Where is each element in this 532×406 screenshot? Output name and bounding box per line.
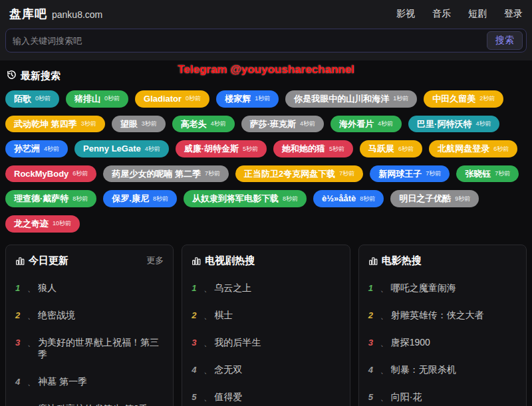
nav-item-shortdrama[interactable]: 短剧 (468, 8, 487, 20)
rank-item[interactable]: 3、唐探1900 (368, 337, 517, 349)
tag-label: 武动乾坤 第四季 (14, 119, 77, 130)
tag-time: 8秒前 (360, 195, 375, 203)
search-tag[interactable]: 龙之奇迹10秒前 (5, 215, 80, 233)
rank-separator: 、 (380, 338, 388, 349)
hot-list-card: 电影热搜1、哪吒之魔童闹海2、射雕英雄传：侠之大者3、唐探19004、制暴：无限… (358, 245, 527, 406)
search-tag[interactable]: 保罗.康尼8秒前 (103, 190, 177, 207)
rank-item[interactable]: 5、值得爱 (192, 391, 340, 403)
search-tag[interactable]: 从奴隶到将军电影下载8秒前 (184, 190, 307, 207)
card-header: 今日更新更多 (15, 254, 164, 267)
tag-label: 从奴隶到将军电影下载 (192, 193, 279, 204)
tag-label: 龙之奇迹 (14, 219, 49, 229)
tag-time: 8秒前 (283, 195, 298, 203)
hot-list-card: 今日更新更多1、狼人2、绝密战境3、为美好的世界献上祝福！第三季4、神墓 第一季… (5, 245, 174, 406)
search-tag[interactable]: 新网球王子7秒前 (370, 165, 450, 183)
search-tag[interactable]: 楼家辉1秒前 (216, 90, 279, 108)
rank-item[interactable]: 2、棋士 (192, 310, 340, 322)
rank-item[interactable]: 1、乌云之上 (192, 282, 340, 294)
rank-number: 1 (15, 283, 25, 293)
rank-item[interactable]: 5、向阳·花 (368, 391, 517, 403)
search-tag[interactable]: 萨莎·班克斯4秒前 (241, 116, 324, 133)
tag-label: 明日之子优酷 (399, 193, 451, 204)
tag-label: 海外看片 (339, 119, 374, 130)
site-logo: 盘库吧 (9, 6, 47, 22)
rank-title: 向阳·花 (391, 391, 422, 403)
search-tag[interactable]: 望眼3秒前 (112, 116, 166, 133)
rank-item[interactable]: 1、狼人 (15, 282, 164, 294)
site-brand[interactable]: 盘库吧 panku8.com (9, 6, 102, 22)
hot-lists: 今日更新更多1、狼人2、绝密战境3、为美好的世界献上祝福！第三季4、神墓 第一季… (0, 237, 532, 406)
rank-title: 哪吒之魔童闹海 (391, 282, 456, 294)
search-tag[interactable]: 药屋少女的呢喃 第二季7秒前 (103, 165, 229, 183)
nav-item-movies[interactable]: 影视 (396, 8, 415, 20)
rank-item[interactable]: 4、神墓 第一季 (15, 376, 164, 388)
tag-time: 9秒前 (455, 195, 470, 203)
nav-item-music[interactable]: 音乐 (432, 8, 451, 20)
search-tag[interactable]: 威廉·胡特金斯5秒前 (176, 140, 267, 157)
tag-label: 陌歌 (14, 94, 31, 104)
tag-label: 中田久留美 (432, 94, 475, 104)
podium-chart-icon (15, 254, 25, 266)
rank-title: 唐探1900 (391, 337, 430, 349)
search-tag[interactable]: 理查德·戴萨特8秒前 (5, 190, 96, 207)
search-tag[interactable]: 武动乾坤 第四季3秒前 (5, 116, 105, 133)
search-tag[interactable]: 猪排山0秒前 (66, 90, 128, 108)
search-tag[interactable]: 你是我眼中的山川和海洋1秒前 (285, 90, 417, 108)
search-tag[interactable]: Penny LeGate4秒前 (74, 140, 169, 157)
search-tag[interactable]: 马跃展6秒前 (360, 140, 422, 157)
rank-item[interactable]: 1、哪吒之魔童闹海 (368, 282, 517, 294)
search-button[interactable]: 搜索 (487, 31, 523, 50)
card-title: 电视剧热搜 (205, 254, 340, 267)
more-link[interactable]: 更多 (146, 254, 164, 266)
rank-item[interactable]: 3、为美好的世界献上祝福！第三季 (15, 337, 164, 361)
rank-title: 神墓 第一季 (38, 376, 87, 388)
search-tag[interactable]: 张晓钰7秒前 (456, 165, 519, 183)
tag-time: 0秒前 (104, 95, 120, 102)
tag-time: 7秒前 (426, 170, 441, 177)
hot-list-card: 电视剧热搜1、乌云之上2、棋士3、我的后半生4、念无双5、值得爱6、以美之名7、… (182, 245, 350, 406)
rank-item[interactable]: 2、绝密战境 (15, 310, 164, 322)
search-tag[interactable]: 明日之子优酷9秒前 (390, 190, 479, 207)
podium-chart-icon (192, 254, 201, 266)
search-tag[interactable]: 高老头4秒前 (172, 116, 235, 133)
tag-time: 4秒前 (378, 120, 393, 128)
search-tag[interactable]: RockMyBody6秒前 (5, 165, 96, 183)
nav-item-login[interactable]: 登录 (504, 8, 523, 20)
tag-time: 6秒前 (398, 146, 414, 153)
rank-item[interactable]: 4、制暴：无限杀机 (368, 364, 517, 376)
rank-title: 绝密战境 (38, 310, 75, 322)
rank-item[interactable]: 5、魔法科高校的劣等生 第3季 (15, 403, 164, 406)
search-tag[interactable]: 中田久留美2秒前 (424, 90, 503, 108)
rank-title: 狼人 (38, 282, 57, 294)
rank-item[interactable]: 3、我的后半生 (192, 337, 340, 349)
history-clock-icon (7, 70, 17, 82)
tag-label: 保罗.康尼 (112, 193, 149, 204)
search-tag[interactable]: 正当防卫2夸克网盘下载7秒前 (235, 165, 363, 183)
search-tag[interactable]: Gladiator0秒前 (135, 90, 209, 108)
tag-time: 8秒前 (72, 195, 88, 203)
rank-title: 棋士 (214, 310, 233, 322)
tag-time: 4秒前 (145, 146, 160, 153)
tag-label: 新网球王子 (378, 169, 422, 179)
tag-label: 萨莎·班克斯 (250, 119, 296, 130)
tag-time: 3秒前 (142, 120, 157, 128)
tag-time: 4秒前 (300, 120, 315, 128)
rank-item[interactable]: 2、射雕英雄传：侠之大者 (368, 310, 517, 322)
search-tag[interactable]: 她和她的猫5秒前 (273, 140, 353, 157)
rank-separator: 、 (203, 392, 211, 403)
search-tag[interactable]: 北航网盘登录6秒前 (429, 140, 517, 157)
rank-title: 射雕英雄传：侠之大者 (391, 310, 484, 322)
search-tag[interactable]: è½»ååtè8秒前 (313, 190, 384, 207)
rank-separator: 、 (203, 338, 211, 349)
search-tag[interactable]: 孙艺洲4秒前 (5, 140, 68, 157)
latest-search-title: 最新搜索 (21, 70, 61, 82)
rank-item[interactable]: 4、念无双 (192, 364, 340, 376)
rank-separator: 、 (203, 310, 211, 322)
search-tag[interactable]: 巴里·阿特沃特4秒前 (408, 116, 499, 133)
tag-time: 5秒前 (243, 146, 258, 153)
search-tag[interactable]: 陌歌0秒前 (5, 90, 59, 108)
tag-label: 张晓钰 (465, 169, 491, 179)
search-input[interactable] (13, 36, 487, 46)
search-tag[interactable]: 海外看片4秒前 (331, 116, 402, 133)
rank-number: 5 (368, 392, 378, 402)
